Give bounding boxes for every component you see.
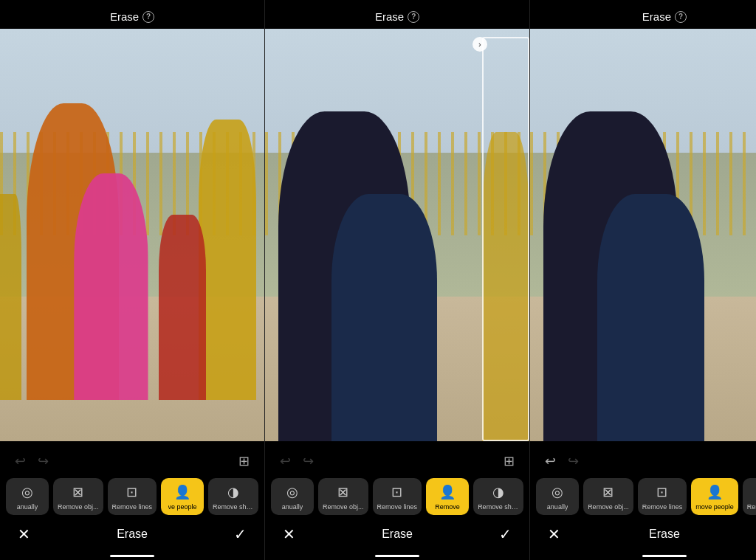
child-figure-3 bbox=[597, 194, 704, 441]
red-silhouette bbox=[159, 215, 206, 401]
tool-remove-lines-2[interactable]: ⊡ Remove lines bbox=[373, 478, 422, 515]
tool-remove-people-2[interactable]: 👤 Remove bbox=[426, 478, 469, 515]
panel-2-toolbar: ↩ ↪ ⊞ bbox=[265, 449, 529, 474]
manual-icon-2: ◎ bbox=[286, 484, 298, 500]
remove-people-icon-2: 👤 bbox=[439, 484, 456, 500]
panel-2-photo: › bbox=[265, 29, 529, 441]
tool-manual-label-2: anually bbox=[282, 503, 303, 511]
tool-remove-people-label-2: Remove bbox=[435, 503, 460, 511]
tool-remove-shadow[interactable]: ◑ Remove shado... bbox=[208, 478, 258, 515]
pink-silhouette bbox=[74, 173, 148, 400]
crop-icon[interactable]: ⊞ bbox=[238, 453, 250, 469]
remove-lines-icon: ⊡ bbox=[126, 484, 137, 500]
panel-2-title: Erase bbox=[375, 10, 404, 23]
undo-icon[interactable]: ↩ bbox=[15, 453, 26, 469]
tool-remove-obj-label: Remove obj... bbox=[58, 503, 99, 511]
panel-3-tools: ◎ anually ⊠ Remove obj... ⊡ Remove lines… bbox=[530, 474, 756, 519]
panel-1-help-icon[interactable]: ? bbox=[142, 11, 154, 23]
tool-remove-people-3[interactable]: 👤 move people bbox=[691, 478, 738, 515]
manual-icon-3: ◎ bbox=[551, 484, 563, 500]
tool-remove-lines-label: Remove lines bbox=[112, 503, 153, 511]
cancel-button[interactable]: ✕ bbox=[18, 525, 30, 543]
selection-box bbox=[482, 37, 529, 441]
tool-remove-lines-3[interactable]: ⊡ Remove lines bbox=[638, 478, 687, 515]
remove-people-icon: 👤 bbox=[174, 484, 190, 500]
tool-manual-label: anually bbox=[17, 503, 38, 511]
remove-shadow-icon: ◑ bbox=[227, 484, 239, 500]
panel-3-toolbar: ↩ ↪ ⊞ bbox=[530, 449, 756, 474]
panel-3: Erase ? ↩ ↪ ⊞ ◎ anually bbox=[530, 0, 756, 560]
panel-3-title: Erase bbox=[642, 10, 671, 23]
remove-obj-icon: ⊠ bbox=[72, 484, 83, 500]
yellow-silhouette-right bbox=[199, 120, 257, 400]
tool-remove-obj-3[interactable]: ⊠ Remove obj... bbox=[583, 478, 633, 515]
selection-arrow[interactable]: › bbox=[472, 37, 487, 52]
confirm-button[interactable]: ✓ bbox=[234, 525, 247, 543]
crop-icon-2[interactable]: ⊞ bbox=[504, 453, 515, 469]
panel-1-toolbar: ↩ ↪ ⊞ bbox=[0, 449, 264, 474]
tool-manual-3[interactable]: ◎ anually bbox=[536, 478, 579, 515]
redo-icon[interactable]: ↪ bbox=[38, 453, 49, 469]
tool-remove-people[interactable]: 👤 ve people bbox=[161, 478, 204, 515]
tool-remove-shadow-label-2: Remove shado... bbox=[478, 503, 519, 511]
undo-icon-3[interactable]: ↩ bbox=[545, 453, 556, 469]
remove-lines-icon-2: ⊡ bbox=[391, 484, 402, 500]
tool-manual-label-3: anually bbox=[547, 503, 568, 511]
redo-icon-3[interactable]: ↪ bbox=[568, 453, 579, 469]
home-indicator-3 bbox=[642, 555, 687, 557]
panel-3-photo bbox=[530, 29, 756, 441]
cancel-button-3[interactable]: ✕ bbox=[548, 525, 560, 543]
tool-remove-shadow-label-3: Remove shado... bbox=[747, 503, 756, 511]
panel-1-bottom-bar: ✕ Erase ✓ bbox=[0, 519, 264, 552]
tool-remove-obj-label-2: Remove obj... bbox=[323, 503, 364, 511]
remove-obj-icon-3: ⊠ bbox=[602, 484, 614, 500]
panel-1-tools: ◎ anually ⊠ Remove obj... ⊡ Remove lines… bbox=[0, 474, 264, 519]
yellow-left bbox=[0, 194, 21, 401]
bottom-title-2: Erase bbox=[382, 528, 413, 541]
home-indicator-2 bbox=[375, 555, 419, 557]
panel-2: Erase ? › ↩ ↪ ⊞ bbox=[265, 0, 530, 560]
tool-remove-obj-2[interactable]: ⊠ Remove obj... bbox=[318, 478, 368, 515]
panel-3-bottom-bar: ✕ Erase ✓ bbox=[530, 519, 756, 552]
remove-lines-icon-3: ⊡ bbox=[656, 484, 667, 500]
remove-people-icon-3: 👤 bbox=[707, 484, 723, 500]
tool-remove-lines-label-3: Remove lines bbox=[642, 503, 683, 511]
panel-1: Erase ? ↩ ↪ ⊞ ◎ bbox=[0, 0, 265, 560]
panel-2-controls: ↩ ↪ ⊞ ◎ anually ⊠ Remove obj... ⊡ Remove… bbox=[265, 441, 529, 560]
undo-icon-2[interactable]: ↩ bbox=[280, 453, 291, 469]
tool-manual-2[interactable]: ◎ anually bbox=[271, 478, 314, 515]
panel-2-header: Erase ? bbox=[265, 0, 529, 29]
panel-1-controls: ↩ ↪ ⊞ ◎ anually ⊠ Remove obj... ⊡ Remove… bbox=[0, 441, 264, 560]
panel-1-photo bbox=[0, 29, 264, 441]
redo-icon-2[interactable]: ↪ bbox=[303, 453, 314, 469]
panel-2-bottom-bar: ✕ Erase ✓ bbox=[265, 519, 529, 552]
panel-3-help-icon[interactable]: ? bbox=[675, 11, 687, 23]
remove-shadow-icon-2: ◑ bbox=[492, 484, 504, 500]
tool-manual[interactable]: ◎ anually bbox=[6, 478, 49, 515]
panel-3-header: Erase ? bbox=[530, 0, 756, 29]
tool-remove-obj[interactable]: ⊠ Remove obj... bbox=[53, 478, 103, 515]
confirm-button-2[interactable]: ✓ bbox=[499, 525, 512, 543]
home-indicator bbox=[110, 555, 154, 557]
tool-remove-shadow-3[interactable]: ◑ Remove shado... bbox=[743, 478, 756, 515]
tool-remove-shadow-2[interactable]: ◑ Remove shado... bbox=[473, 478, 523, 515]
bottom-title-3: Erase bbox=[649, 528, 680, 541]
panel-2-help-icon[interactable]: ? bbox=[408, 11, 419, 23]
remove-obj-icon-2: ⊠ bbox=[337, 484, 348, 500]
panel-2-tools: ◎ anually ⊠ Remove obj... ⊡ Remove lines… bbox=[265, 474, 529, 519]
panel-1-header: Erase ? bbox=[0, 0, 264, 29]
tool-remove-lines[interactable]: ⊡ Remove lines bbox=[108, 478, 157, 515]
child-figure bbox=[331, 194, 437, 441]
manual-icon: ◎ bbox=[21, 484, 33, 500]
tool-remove-people-label-3: move people bbox=[695, 503, 734, 511]
panel-3-controls: ↩ ↪ ⊞ ◎ anually ⊠ Remove obj... ⊡ Remove… bbox=[530, 441, 756, 560]
tool-remove-shadow-label: Remove shado... bbox=[213, 503, 254, 511]
tool-remove-obj-label-3: Remove obj... bbox=[588, 503, 629, 511]
tool-remove-lines-label-2: Remove lines bbox=[377, 503, 418, 511]
panel-1-title: Erase bbox=[110, 10, 139, 23]
tool-remove-people-label: ve people bbox=[168, 503, 197, 511]
bottom-title: Erase bbox=[117, 528, 148, 541]
cancel-button-2[interactable]: ✕ bbox=[283, 525, 295, 543]
